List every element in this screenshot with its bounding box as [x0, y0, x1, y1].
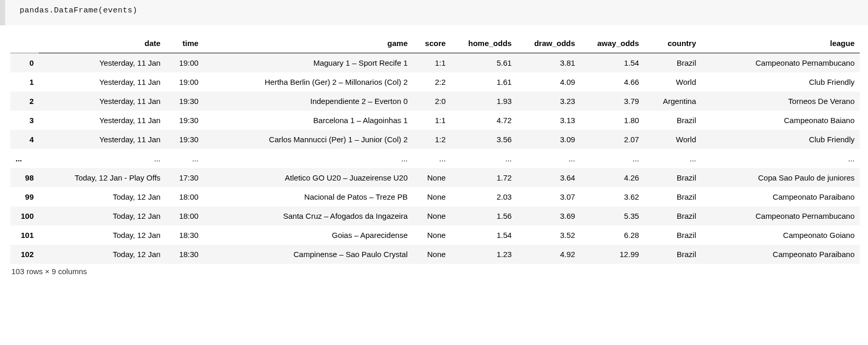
cell-draw-odds: 3.64 — [517, 168, 580, 187]
header-game: game — [204, 34, 413, 53]
cell-away-odds: 3.62 — [580, 187, 644, 206]
table-row: 0 Yesterday, 11 Jan 19:00 Maguary 1 – Sp… — [10, 53, 860, 72]
ellipsis-cell: ... — [204, 149, 413, 168]
cell-draw-odds: 3.69 — [517, 206, 580, 226]
code-input[interactable]: pandas.DataFrame(events) — [5, 0, 868, 25]
cell-country: Argentina — [644, 92, 701, 111]
cell-country: Brazil — [644, 245, 701, 264]
table-row: 99 Today, 12 Jan 18:00 Nacional de Patos… — [10, 187, 860, 206]
cell-score: None — [413, 226, 451, 245]
cell-score: None — [413, 245, 451, 264]
cell-game: Goias – Aparecidense — [204, 226, 413, 245]
cell-output: date time game score home_odds draw_odds… — [0, 25, 868, 284]
cell-home-odds: 1.56 — [451, 206, 517, 226]
cell-game: Atletico GO U20 – Juazeirense U20 — [204, 168, 413, 187]
cell-home-odds: 3.56 — [451, 130, 517, 149]
cell-away-odds: 4.26 — [580, 168, 644, 187]
row-index: 4 — [10, 130, 39, 149]
notebook-container: pandas.DataFrame(events) date time game … — [0, 0, 868, 284]
cell-league: Copa Sao Paulo de juniores — [701, 168, 860, 187]
table-body: 0 Yesterday, 11 Jan 19:00 Maguary 1 – Sp… — [10, 53, 860, 264]
cell-draw-odds: 4.09 — [517, 72, 580, 92]
cell-away-odds: 6.28 — [580, 226, 644, 245]
cell-country: Brazil — [644, 111, 701, 130]
cell-time: 19:30 — [166, 130, 204, 149]
cell-league: Campeonato Paraibano — [701, 187, 860, 206]
table-row: 100 Today, 12 Jan 18:00 Santa Cruz – Afo… — [10, 206, 860, 226]
header-date: date — [39, 34, 165, 53]
cell-game: Hertha Berlin (Ger) 2 – Millonarios (Col… — [204, 72, 413, 92]
row-index: 0 — [10, 53, 39, 72]
cell-date: Today, 12 Jan — [39, 206, 165, 226]
cell-score: 1:1 — [413, 53, 451, 72]
cell-time: 19:00 — [166, 53, 204, 72]
cell-date: Yesterday, 11 Jan — [39, 130, 165, 149]
cell-date: Yesterday, 11 Jan — [39, 111, 165, 130]
cell-home-odds: 5.61 — [451, 53, 517, 72]
cell-score: 2:0 — [413, 92, 451, 111]
ellipsis-row: ... ... ... ... ... ... ... ... ... ... — [10, 149, 860, 168]
cell-country: Brazil — [644, 187, 701, 206]
dataframe-table: date time game score home_odds draw_odds… — [10, 34, 860, 264]
cell-away-odds: 5.35 — [580, 206, 644, 226]
ellipsis-cell: ... — [644, 149, 701, 168]
cell-time: 19:00 — [166, 72, 204, 92]
ellipsis-cell: ... — [580, 149, 644, 168]
cell-draw-odds: 3.07 — [517, 187, 580, 206]
cell-score: None — [413, 187, 451, 206]
cell-score: None — [413, 206, 451, 226]
cell-date: Today, 12 Jan — [39, 187, 165, 206]
cell-time: 19:30 — [166, 92, 204, 111]
row-index: 2 — [10, 92, 39, 111]
cell-away-odds: 2.07 — [580, 130, 644, 149]
header-league: league — [701, 34, 860, 53]
cell-draw-odds: 4.92 — [517, 245, 580, 264]
cell-time: 19:30 — [166, 111, 204, 130]
cell-game: Independiente 2 – Everton 0 — [204, 92, 413, 111]
cell-league: Campeonato Paraibano — [701, 245, 860, 264]
cell-game: Campinense – Sao Paulo Crystal — [204, 245, 413, 264]
cell-date: Yesterday, 11 Jan — [39, 72, 165, 92]
cell-country: Brazil — [644, 226, 701, 245]
cell-league: Campeonato Goiano — [701, 226, 860, 245]
cell-draw-odds: 3.52 — [517, 226, 580, 245]
table-row: 2 Yesterday, 11 Jan 19:30 Independiente … — [10, 92, 860, 111]
ellipsis-cell: ... — [10, 149, 39, 168]
cell-home-odds: 1.54 — [451, 226, 517, 245]
header-score: score — [413, 34, 451, 53]
cell-away-odds: 1.80 — [580, 111, 644, 130]
cell-home-odds: 1.93 — [451, 92, 517, 111]
row-index: 3 — [10, 111, 39, 130]
table-row: 101 Today, 12 Jan 18:30 Goias – Aparecid… — [10, 226, 860, 245]
table-row: 1 Yesterday, 11 Jan 19:00 Hertha Berlin … — [10, 72, 860, 92]
header-index — [10, 34, 39, 53]
header-time: time — [166, 34, 204, 53]
cell-league: Torneos De Verano — [701, 92, 860, 111]
cell-game: Barcelona 1 – Alagoinhas 1 — [204, 111, 413, 130]
cell-home-odds: 2.03 — [451, 187, 517, 206]
cell-time: 18:00 — [166, 206, 204, 226]
row-index: 100 — [10, 206, 39, 226]
cell-country: World — [644, 130, 701, 149]
cell-away-odds: 12.99 — [580, 245, 644, 264]
row-index: 99 — [10, 187, 39, 206]
cell-league: Club Friendly — [701, 130, 860, 149]
cell-input: pandas.DataFrame(events) — [0, 0, 868, 25]
cell-draw-odds: 3.81 — [517, 53, 580, 72]
cell-game: Maguary 1 – Sport Recife 1 — [204, 53, 413, 72]
cell-home-odds: 1.23 — [451, 245, 517, 264]
cell-time: 18:30 — [166, 245, 204, 264]
cell-league: Campeonato Baiano — [701, 111, 860, 130]
cell-game: Santa Cruz – Afogados da Ingazeira — [204, 206, 413, 226]
cell-country: Brazil — [644, 168, 701, 187]
cell-time: 17:30 — [166, 168, 204, 187]
cell-date: Yesterday, 11 Jan — [39, 53, 165, 72]
cell-draw-odds: 3.23 — [517, 92, 580, 111]
ellipsis-cell: ... — [701, 149, 860, 168]
ellipsis-cell: ... — [166, 149, 204, 168]
cell-score: None — [413, 168, 451, 187]
cell-game: Carlos Mannucci (Per) 1 – Junior (Col) 2 — [204, 130, 413, 149]
ellipsis-cell: ... — [451, 149, 517, 168]
table-row: 98 Today, 12 Jan - Play Offs 17:30 Atlet… — [10, 168, 860, 187]
row-index: 98 — [10, 168, 39, 187]
